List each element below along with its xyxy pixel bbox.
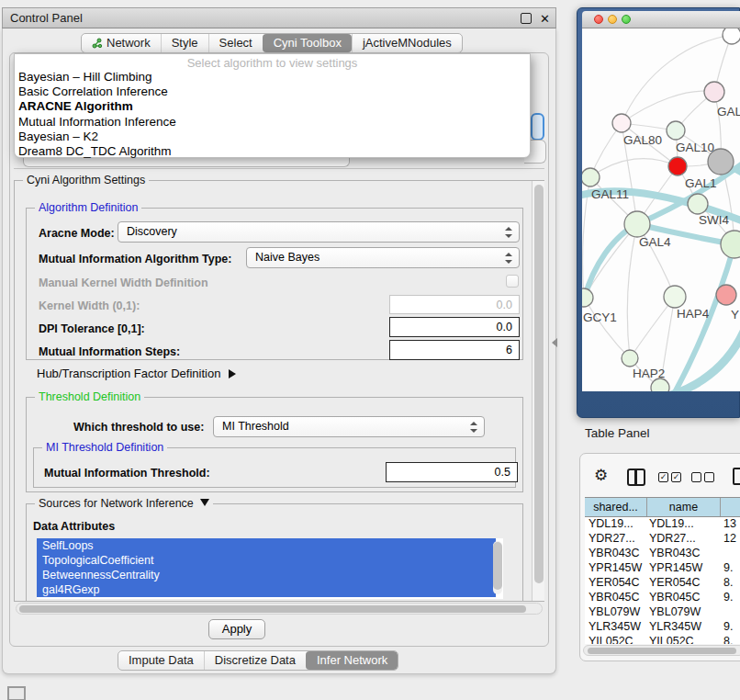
network-edge[interactable] — [584, 298, 630, 358]
algorithm-option[interactable]: Bayesian – Hill Climbing — [15, 70, 530, 85]
table-row[interactable]: YBR045CYBR045C9. — [585, 591, 740, 605]
table-row[interactable]: YDL19...YDL19...13 — [585, 517, 740, 532]
tab-network[interactable]: Network — [82, 34, 161, 52]
network-edge[interactable] — [584, 224, 637, 298]
algorithm-option[interactable]: Bayesian – K2 — [15, 130, 530, 144]
network-edge[interactable] — [590, 159, 678, 177]
table-row[interactable]: YBL079WYBL079W — [585, 605, 740, 620]
apply-button[interactable]: Apply — [208, 619, 265, 639]
network-edge[interactable] — [622, 35, 732, 123]
node-label: HAP4 — [677, 307, 710, 321]
aracne-mode-combobox[interactable]: Discovery — [118, 221, 520, 243]
splitter-collapse-icon[interactable] — [552, 338, 557, 347]
mi-threshold-field[interactable]: 0.5 — [386, 462, 518, 482]
column-header[interactable]: name — [647, 498, 721, 516]
node-large-right[interactable] — [721, 231, 740, 258]
tab-label: Select — [219, 34, 252, 52]
list-scrollbar[interactable] — [493, 541, 502, 594]
tab-select[interactable]: Select — [208, 34, 263, 52]
network-canvas[interactable]: GALGAL80GAL10GAL1GAL11SWI4GAL4GCY1HAP4YH… — [582, 28, 740, 391]
list-item[interactable]: SelfLoops — [37, 538, 496, 553]
kernel-width-field[interactable]: 0.0 — [389, 295, 520, 314]
scrollbar-thumb[interactable] — [493, 542, 502, 590]
node-hap2[interactable] — [622, 350, 638, 367]
table-horizontal-scrollbar[interactable] — [583, 645, 740, 656]
select-all-icon[interactable] — [658, 472, 668, 482]
network-edge[interactable] — [622, 91, 714, 123]
table-cell: YLR345W — [585, 620, 647, 635]
split-view-icon[interactable] — [627, 469, 645, 486]
zoom-traffic-light-icon[interactable] — [622, 15, 631, 24]
dpi-tolerance-field[interactable]: 0.0 — [389, 317, 520, 337]
node-unlabeled-top[interactable] — [723, 28, 740, 44]
algorithm-option-highlighted[interactable]: ARACNE Algorithm — [15, 99, 530, 114]
deselect-all-icon[interactable] — [691, 472, 701, 482]
mi-steps-field[interactable]: 6 — [389, 340, 520, 360]
table-cell: YER054C — [647, 576, 721, 591]
tab-style[interactable]: Style — [161, 34, 208, 52]
collapsed-panel-icon[interactable] — [7, 686, 26, 700]
mi-algorithm-type-combobox[interactable]: Naive Bayes — [246, 247, 520, 268]
node-label: Y — [731, 308, 739, 322]
table-row[interactable]: YPR145WYPR145W9. — [585, 561, 740, 576]
combobox-value: Discovery — [127, 222, 177, 242]
minimize-traffic-light-icon[interactable] — [608, 15, 617, 24]
scrollbar-thumb[interactable] — [534, 185, 544, 583]
node-gal10[interactable] — [667, 121, 685, 140]
tab-discretize-data[interactable]: Discretize Data — [204, 651, 306, 670]
table-row[interactable]: YDR27...YDR27...12 — [585, 532, 740, 547]
data-attributes-list[interactable]: SelfLoops TopologicalCoefficient Between… — [37, 538, 503, 599]
hub-definition-toggle[interactable]: Hub/Transcription Factor Definition — [37, 367, 236, 380]
select-all-icon[interactable] — [671, 472, 681, 482]
close-traffic-light-icon[interactable] — [594, 15, 603, 24]
list-item[interactable]: gal4RGexp — [37, 582, 496, 597]
network-view-window[interactable]: GALGAL80GAL10GAL1GAL11SWI4GAL4GCY1HAP4YH… — [577, 7, 740, 418]
float-window-icon[interactable] — [521, 13, 532, 24]
scrollbar-thumb[interactable] — [588, 648, 736, 654]
table-row[interactable]: YBR043CYBR043C — [585, 547, 740, 561]
list-item[interactable]: BetweennessCentrality — [37, 568, 496, 582]
node-swi4[interactable] — [688, 194, 708, 214]
gear-icon[interactable]: ⚙ — [594, 467, 608, 485]
tab-cyni-toolbox[interactable]: Cyni Toolbox — [263, 34, 352, 52]
node-gal11[interactable] — [582, 168, 600, 186]
node-y-partial[interactable] — [716, 285, 736, 305]
table-cell: 9. — [721, 591, 740, 605]
node-gal-partial[interactable] — [704, 82, 724, 102]
settings-group-title: Cyni Algorithm Settings — [23, 175, 149, 186]
document-icon[interactable] — [733, 468, 740, 485]
manual-kernel-checkbox[interactable] — [506, 275, 519, 288]
network-window-titlebar[interactable] — [582, 11, 740, 28]
which-threshold-combobox[interactable]: MI Threshold — [213, 416, 485, 437]
algorithm-option[interactable]: Basic Correlation Inference — [15, 85, 530, 99]
node-gal4[interactable] — [624, 211, 650, 237]
node-gal1[interactable] — [668, 157, 687, 175]
tab-jactivemnodules[interactable]: jActiveMNodules — [352, 34, 462, 52]
settings-horizontal-scrollbar[interactable] — [16, 603, 543, 615]
node-hap4[interactable] — [664, 286, 686, 308]
scrollbar-thumb[interactable] — [19, 605, 526, 613]
tab-infer-network[interactable]: Infer Network — [306, 651, 398, 670]
node-bottom[interactable] — [651, 378, 669, 391]
column-header[interactable] — [721, 498, 740, 516]
table-row[interactable]: YIL052CYIL052C8. — [585, 635, 740, 644]
tab-impute-data[interactable]: Impute Data — [118, 651, 204, 670]
close-icon[interactable]: ✕ — [540, 9, 550, 28]
combobox-value: Naive Bayes — [255, 248, 320, 267]
table-row[interactable]: YER054CYER054C8. — [585, 576, 740, 591]
settings-vertical-scrollbar[interactable] — [532, 181, 544, 601]
node-gal80[interactable] — [612, 114, 631, 132]
network-edge[interactable] — [627, 224, 637, 358]
deselect-all-icon[interactable] — [704, 472, 714, 482]
algorithm-option[interactable]: Mutual Information Inference — [15, 115, 530, 130]
node-gcy1[interactable] — [582, 288, 593, 307]
table-cell — [721, 605, 740, 620]
sources-group-title[interactable]: Sources for Network Inference — [35, 498, 213, 510]
column-header[interactable]: shared... — [585, 498, 647, 516]
table-row[interactable]: YLR345WYLR345W9. — [585, 620, 740, 635]
table-cell: YIL052C — [647, 635, 721, 644]
combo-stepper-focused-fragment[interactable] — [531, 113, 544, 141]
algorithm-option[interactable]: Dream8 DC_TDC Algorithm — [15, 144, 530, 159]
dropdown-placeholder: Select algorithm to view settings — [15, 56, 530, 70]
list-item[interactable]: TopologicalCoefficient — [37, 553, 496, 568]
